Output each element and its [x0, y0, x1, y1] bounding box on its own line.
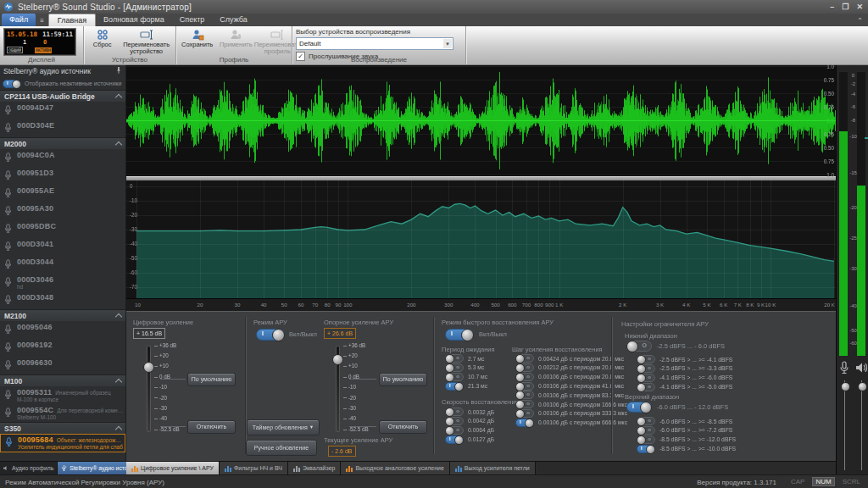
- source-item[interactable]: 000D3041: [0, 238, 125, 256]
- limiter-high-option-toggle[interactable]: [637, 417, 655, 425]
- wait-period-option-toggle[interactable]: [445, 354, 464, 363]
- limiter-low-option-toggle[interactable]: [637, 364, 655, 373]
- source-item[interactable]: 0009554CДля переговорной комнаты...Stelb…: [0, 404, 125, 422]
- playback-device-select[interactable]: Default ▼: [296, 37, 453, 50]
- processing-tab[interactable]: Цифровое усиление \ АРУ: [126, 462, 220, 474]
- sidebar-group-header[interactable]: M2100: [0, 309, 125, 321]
- source-item[interactable]: 000D304E: [0, 119, 125, 137]
- meter-scale-label: -25: [847, 236, 860, 241]
- source-item[interactable]: 00095684Объект: железнодорожная...Усилит…: [0, 434, 125, 452]
- source-item[interactable]: 000D3044: [0, 256, 125, 274]
- processing-tab[interactable]: Эквалайзер: [288, 462, 341, 474]
- source-item[interactable]: 000955AE: [0, 185, 125, 202]
- wait-period-option-toggle[interactable]: [445, 363, 464, 372]
- ref-gain-knob[interactable]: [332, 354, 343, 365]
- quick-menu-icon[interactable]: ≡: [36, 17, 48, 26]
- source-item[interactable]: 000951D3: [0, 167, 125, 185]
- limiter-low-option-toggle[interactable]: [637, 374, 655, 382]
- source-item[interactable]: 00095DBC: [0, 220, 125, 238]
- spectrum-db-label: -10: [130, 197, 137, 203]
- tab-waveform[interactable]: Волновая форма: [96, 14, 172, 26]
- processing-tab[interactable]: Выход усилителя петли: [450, 462, 536, 474]
- apply-profile-button[interactable]: Применить: [218, 28, 253, 49]
- recovery-step-option-toggle[interactable]: [515, 400, 534, 408]
- recovery-speed-option-toggle[interactable]: [445, 408, 464, 416]
- ref-gain-off-button[interactable]: Отключить: [379, 420, 427, 434]
- tab-file[interactable]: Файл: [2, 14, 36, 26]
- agc-mode-toggle[interactable]: [256, 329, 285, 341]
- source-item[interactable]: 00096192: [0, 339, 125, 357]
- sidebar-group-header[interactable]: M100: [0, 374, 125, 386]
- speaker-volume-slider[interactable]: [861, 380, 862, 470]
- recovery-step-option-toggle[interactable]: [515, 363, 534, 372]
- source-item[interactable]: 00094D47: [0, 102, 125, 119]
- reset-button[interactable]: Сброс: [87, 28, 117, 49]
- microphone-volume-icon[interactable]: [838, 361, 850, 374]
- manual-update-button[interactable]: Ручное обновление: [246, 440, 317, 456]
- wait-period-option-toggle[interactable]: [445, 373, 464, 381]
- processing-tab[interactable]: Выходное аналоговое усиление: [341, 462, 449, 474]
- slider-tick-label: +36 dB: [343, 342, 369, 348]
- mic-volume-knob[interactable]: [841, 382, 850, 391]
- source-item[interactable]: 000D3048: [0, 291, 125, 309]
- tab-service[interactable]: Служба: [212, 14, 254, 26]
- close-icon[interactable]: ✕: [856, 3, 863, 11]
- source-item[interactable]: 00095311Инженерный образецМ-100 в корпус…: [0, 386, 125, 404]
- digital-gain-knob[interactable]: [143, 362, 154, 373]
- fast-recovery-toggle[interactable]: [445, 329, 474, 341]
- limiter-low-option-toggle[interactable]: [637, 383, 655, 391]
- speaker-volume-knob[interactable]: [858, 382, 867, 391]
- recovery-step-option-toggle[interactable]: [515, 391, 534, 399]
- restore-icon[interactable]: ❐: [842, 3, 849, 11]
- recovery-step-option-toggle[interactable]: [515, 354, 534, 363]
- tab-audio-profile[interactable]: Аудио профиль: [0, 462, 58, 474]
- mic-volume-slider[interactable]: [844, 380, 845, 470]
- speaker-volume-icon[interactable]: [855, 361, 867, 374]
- slider-tick-label: -10: [343, 384, 369, 390]
- limiter-high-toggle[interactable]: [626, 402, 652, 413]
- recovery-speed-options: 0.0032 дБ0.0042 дБ0.0064 дБ0.0127 дБ: [445, 408, 494, 444]
- ref-gain-default-button[interactable]: По умолчанию: [379, 373, 427, 386]
- sidebar-group-header[interactable]: CP2114 USB-Audio Bridge: [0, 90, 125, 102]
- source-item[interactable]: 00094C0A: [0, 149, 125, 167]
- save-profile-button[interactable]: Сохранить: [180, 28, 214, 49]
- recovery-speed-option-toggle[interactable]: [445, 417, 464, 425]
- fast-recovery-toggle-label: Вкл/Выкл: [479, 330, 507, 338]
- wait-period-option-toggle[interactable]: [445, 382, 464, 391]
- sidebar-group-header[interactable]: M2000: [0, 137, 125, 149]
- recovery-speed-option-toggle[interactable]: [445, 426, 464, 435]
- microphone-icon: [3, 204, 14, 219]
- tab-spectrum[interactable]: Спектр: [172, 14, 213, 26]
- limiter-high-option-toggle[interactable]: [637, 435, 655, 444]
- digital-gain-off-button[interactable]: Отключить: [187, 420, 236, 434]
- recovery-step-option-toggle[interactable]: [515, 409, 534, 418]
- recovery-speed-option: 0.0042 дБ: [445, 417, 494, 426]
- source-item[interactable]: 00095046: [0, 321, 125, 339]
- update-timer-button[interactable]: Таймер обновления ▼: [247, 419, 320, 435]
- ref-gain-slider[interactable]: [336, 346, 340, 432]
- recovery-step-option-toggle[interactable]: [515, 382, 534, 391]
- show-inactive-toggle[interactable]: [3, 80, 21, 88]
- rename-device-button[interactable]: Переименовать устройство: [120, 28, 172, 56]
- limiter-low-toggle[interactable]: [626, 341, 652, 352]
- slider-tick-label: +10: [343, 363, 369, 369]
- processing-tab[interactable]: Фильтры НЧ и ВЧ: [220, 462, 288, 474]
- sidebar-group-header[interactable]: S350: [0, 422, 125, 434]
- digital-gain-default-button[interactable]: По умолчанию: [187, 373, 236, 386]
- source-item[interactable]: 000D3046hd: [0, 274, 125, 291]
- waveform-canvas: [126, 65, 836, 176]
- limiter-high-option-toggle[interactable]: [637, 426, 655, 435]
- pin-icon[interactable]: [115, 67, 122, 75]
- recovery-speed-option-toggle[interactable]: [445, 435, 464, 444]
- tab-main[interactable]: Главная: [48, 14, 96, 26]
- digital-gain-slider[interactable]: [147, 346, 151, 432]
- source-item[interactable]: 00096630: [0, 357, 125, 374]
- limiter-high-option-toggle[interactable]: [637, 445, 655, 453]
- limiter-low-option-toggle[interactable]: [637, 355, 655, 363]
- ribbon-collapse-icon[interactable]: ⌃: [857, 17, 863, 25]
- minimize-icon[interactable]: –: [830, 3, 834, 11]
- limiter-low-option: -2.5 dBFS > ... >= -3.3 dBFS: [637, 364, 732, 374]
- recovery-step-option-toggle[interactable]: [515, 419, 534, 427]
- source-item[interactable]: 00095A30: [0, 202, 125, 220]
- recovery-step-option-toggle[interactable]: [515, 373, 534, 381]
